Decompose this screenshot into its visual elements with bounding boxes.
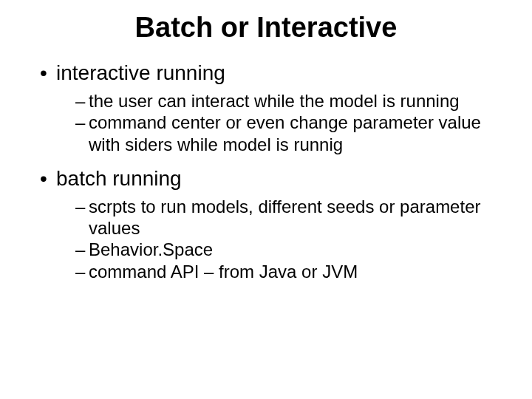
bullet-level2-group: the user can interact while the model is… [30,90,502,155]
bullet-text: scrpts to run models, different seeds or… [89,197,480,238]
bullet-text: the user can interact while the model is… [89,91,460,111]
bullet-level2: scrpts to run models, different seeds or… [75,196,502,239]
bullet-level1: batch running [40,166,502,191]
slide: Batch or Interactive interactive running… [0,0,532,399]
bullet-level2-group: scrpts to run models, different seeds or… [30,196,502,282]
bullet-level1-group: interactive running [30,60,502,86]
bullet-level1: interactive running [40,60,502,86]
bullet-level2: command center or even change parameter … [75,112,502,155]
slide-title: Batch or Interactive [30,12,502,44]
bullet-text: Behavior.Space [89,239,213,259]
bullet-level1-group: batch running [30,166,502,191]
bullet-text: batch running [56,167,182,190]
bullet-text: interactive running [56,61,225,84]
bullet-level2: the user can interact while the model is… [75,90,502,112]
bullet-text: command API – from Java or JVM [89,262,358,282]
bullet-text: command center or even change parameter … [89,112,481,154]
bullet-level2: command API – from Java or JVM [75,261,502,282]
bullet-level2: Behavior.Space [75,239,502,260]
